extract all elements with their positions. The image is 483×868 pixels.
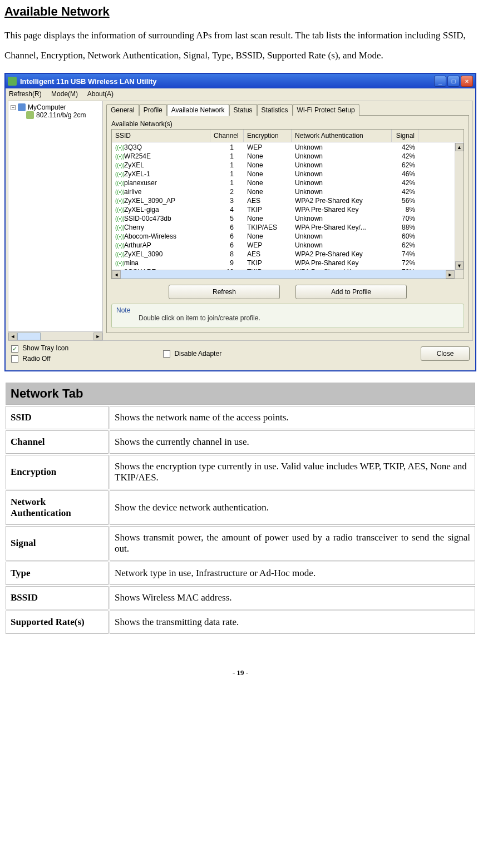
definition-row: Network AuthenticationShow the device ne… <box>6 490 475 525</box>
network-row[interactable]: ((•))3Q3Q1WEPUnknown42% <box>112 143 455 152</box>
network-row[interactable]: ((•))airlive2NoneUnknown42% <box>112 187 455 196</box>
network-row[interactable]: ((•))ZyXEL_3090_AP3AESWPA2 Pre-Shared Ke… <box>112 196 455 205</box>
tab-statistics[interactable]: Statistics <box>257 104 293 116</box>
auth-cell: Unknown <box>292 161 392 169</box>
auth-cell: Unknown <box>292 152 392 160</box>
page-title: Available Network <box>4 4 476 19</box>
wifi-icon: ((•)) <box>115 162 123 169</box>
definition-desc: Shows transmit power, the amount of powe… <box>110 526 475 561</box>
radio-off-checkbox[interactable]: Radio Off <box>11 355 68 363</box>
maximize-button[interactable]: □ <box>447 76 460 87</box>
col-signal[interactable]: Signal <box>392 130 418 142</box>
network-row[interactable]: ((•))mina9TKIPWPA Pre-Shared Key72% <box>112 259 455 267</box>
menu-about[interactable]: About(A) <box>87 90 114 98</box>
encryption-cell: None <box>244 179 292 187</box>
page-footer: - 19 - <box>4 668 476 677</box>
disable-adapter-checkbox[interactable]: Disable Adapter <box>163 350 221 358</box>
definition-desc: Shows the currently channel in use. <box>110 430 475 454</box>
scroll-down-icon[interactable]: ▼ <box>455 261 464 270</box>
right-pane: General Profile Available Network Status… <box>103 101 472 340</box>
signal-cell: 56% <box>392 197 418 205</box>
tree-expander-icon[interactable]: − <box>11 105 16 110</box>
tree-root-label: MyComputer <box>28 103 66 111</box>
definition-desc: Shows Wireless MAC address. <box>110 586 475 609</box>
tree-root[interactable]: − MyComputer <box>11 103 100 111</box>
tree-hscrollbar[interactable]: ◄ ► <box>8 331 102 340</box>
scroll-right-icon[interactable]: ► <box>93 333 102 340</box>
menu-mode[interactable]: Mode(M) <box>51 90 78 98</box>
tab-status[interactable]: Status <box>229 104 257 116</box>
checkbox-icon <box>11 355 18 363</box>
wifi-icon: ((•)) <box>115 251 123 258</box>
refresh-button[interactable]: Refresh <box>169 285 280 299</box>
titlebar: Intelligent 11n USB Wireless LAN Utility… <box>6 74 475 88</box>
menu-refresh[interactable]: Refresh(R) <box>9 90 42 98</box>
col-ssid[interactable]: SSID <box>112 130 210 142</box>
definition-term: BSSID <box>6 586 109 609</box>
scroll-up-icon[interactable]: ▲ <box>455 143 464 151</box>
definition-row: Supported Rate(s)Shows the transmitting … <box>6 611 475 634</box>
listview-hscrollbar[interactable]: ◄ ► <box>112 270 455 279</box>
window-title: Intelligent 11n USB Wireless LAN Utility <box>20 77 434 86</box>
def-section-title: Network Tab <box>6 383 475 405</box>
network-row[interactable]: ((•))planexuser1NoneUnknown42% <box>112 178 455 187</box>
tree-child[interactable]: 802.11n/b/g 2cm <box>26 111 100 119</box>
scroll-left-icon[interactable]: ◄ <box>8 333 17 340</box>
network-row[interactable]: ((•))ZyXEL-giga4TKIPWPA Pre-Shared Key8% <box>112 205 455 214</box>
col-channel[interactable]: Channel <box>210 130 244 142</box>
channel-cell: 6 <box>210 241 244 249</box>
col-auth[interactable]: Network Authentication <box>292 130 392 142</box>
wifi-icon: ((•)) <box>115 180 123 187</box>
channel-cell: 1 <box>210 170 244 178</box>
add-to-profile-button[interactable]: Add to Profile <box>295 285 407 299</box>
wifi-icon: ((•)) <box>115 189 123 196</box>
show-tray-checkbox[interactable]: ✓ Show Tray Icon <box>11 344 68 352</box>
encryption-cell: WEP <box>244 241 292 249</box>
definition-term: SSID <box>6 406 109 429</box>
scroll-track[interactable] <box>121 270 446 279</box>
network-row[interactable]: ((•))Abocom-Wireless6NoneUnknown60% <box>112 232 455 241</box>
tab-wps[interactable]: Wi-Fi Protect Setup <box>293 104 359 116</box>
auth-cell: WPA Pre-Shared Key <box>292 259 392 267</box>
channel-cell: 6 <box>210 232 244 240</box>
network-row[interactable]: ((•))ZyXEL_30908AESWPA2 Pre-Shared Key74… <box>112 250 455 259</box>
network-row[interactable]: ((•))ArthurAP6WEPUnknown62% <box>112 241 455 250</box>
network-row[interactable]: ((•))Cherry6TKIP/AESWPA Pre-Shared Key/.… <box>112 223 455 232</box>
tab-available-network[interactable]: Available Network <box>167 104 229 116</box>
encryption-cell: None <box>244 188 292 196</box>
scroll-right-icon[interactable]: ► <box>446 270 455 279</box>
close-button[interactable]: Close <box>421 346 470 361</box>
ssid-cell: SSID-00c473db <box>124 215 171 222</box>
window-close-button[interactable]: × <box>461 76 473 87</box>
definition-term: Network Authentication <box>6 490 109 525</box>
col-encryption[interactable]: Encryption <box>244 130 292 142</box>
network-row[interactable]: ((•))ZyXEL1NoneUnknown62% <box>112 161 455 170</box>
minimize-button[interactable]: _ <box>434 76 446 87</box>
wifi-icon: ((•)) <box>115 225 123 231</box>
signal-cell: 42% <box>392 188 418 196</box>
channel-cell: 6 <box>210 224 244 231</box>
tab-profile[interactable]: Profile <box>139 104 167 116</box>
listview-header: SSID Channel Encryption Network Authenti… <box>112 130 464 142</box>
listview-vscrollbar[interactable]: ▲ ▼ <box>455 143 464 270</box>
tree-child-label: 802.11n/b/g 2cm <box>36 111 86 119</box>
definition-term: Channel <box>6 430 109 454</box>
signal-cell: 42% <box>392 152 418 160</box>
definition-desc: Shows the transmitting data rate. <box>110 611 475 634</box>
wifi-icon: ((•)) <box>115 260 123 267</box>
definition-desc: Show the device network authentication. <box>110 490 475 525</box>
encryption-cell: AES <box>244 197 292 205</box>
network-row[interactable]: ((•))SSID-00c473db5NoneUnknown70% <box>112 214 455 223</box>
signal-cell: 42% <box>392 179 418 187</box>
scroll-thumb[interactable] <box>17 333 41 340</box>
auth-cell: Unknown <box>292 188 392 196</box>
scroll-left-icon[interactable]: ◄ <box>112 270 121 279</box>
wifi-icon: ((•)) <box>115 216 123 222</box>
app-window: Intelligent 11n USB Wireless LAN Utility… <box>4 73 476 371</box>
tab-general[interactable]: General <box>106 104 139 116</box>
definition-table: Network Tab SSIDShows the network name o… <box>4 381 476 635</box>
network-row[interactable]: ((•))WR254E1NoneUnknown42% <box>112 152 455 161</box>
channel-cell: 1 <box>210 179 244 187</box>
radio-off-label: Radio Off <box>22 355 50 363</box>
network-row[interactable]: ((•))ZyXEL-11NoneUnknown46% <box>112 170 455 178</box>
